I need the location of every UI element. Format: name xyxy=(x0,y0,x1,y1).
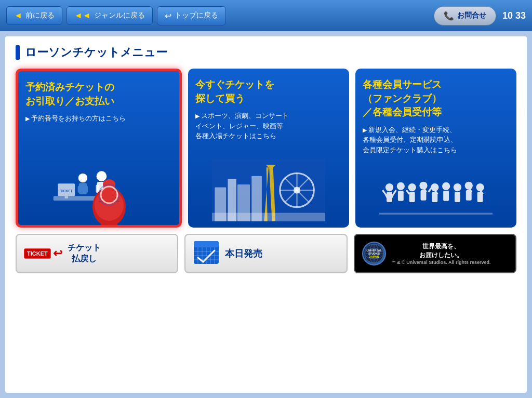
svg-rect-63 xyxy=(194,241,219,247)
usj-tagline: 世界最高を、お届けしたい。 xyxy=(391,242,491,260)
card-reserved[interactable]: 予約済みチケットのお引取り／お支払い 予約番号をお持ちの方はこちら TICKET xyxy=(16,69,182,228)
svg-rect-48 xyxy=(455,192,460,203)
svg-rect-2 xyxy=(65,196,69,198)
page-title: ローソンチケットメニュー xyxy=(16,45,516,60)
channel-back-button[interactable]: ◄◄ ジャンルに戻る xyxy=(66,6,153,25)
ticket-refund-label: チケット払戻し xyxy=(68,243,101,264)
svg-point-45 xyxy=(442,182,450,190)
calendar-svg xyxy=(193,240,220,265)
hand-cursor xyxy=(83,173,135,228)
top-back-label: トップに戻る xyxy=(175,11,218,20)
ticket-refund-icon: TICKET ↩ xyxy=(24,247,62,260)
svg-line-53 xyxy=(382,190,385,194)
today-sale-button[interactable]: 本日発売 xyxy=(184,234,347,273)
channel-back-arrow-icon: ◄◄ xyxy=(74,11,91,20)
usj-button[interactable]: UNIVERSAL STUDIOS JAPAN 世界最高を、お届けしたい。 ™ … xyxy=(354,234,516,273)
svg-line-57 xyxy=(429,188,431,192)
top-navigation: ◄ 前に戻る ◄◄ ジャンルに戻る ↩ トップに戻る 📞 お問合せ 10 33 xyxy=(0,0,532,31)
hand-svg xyxy=(83,173,135,228)
back-arrow-icon: ◄ xyxy=(14,11,22,20)
card-membership-illustration xyxy=(363,159,509,221)
nav-right-area: 📞 お問合せ 10 33 xyxy=(434,6,526,25)
svg-line-54 xyxy=(393,190,396,194)
card-search-title: 今すぐチケットを探して買う xyxy=(195,78,342,105)
usj-text-area: 世界最高を、お届けしたい。 ™ & © Universal Studios. A… xyxy=(391,242,491,265)
card-membership-subtitle: 新規入会、継続・変更手続、各種会員受付、定期購読申込、会員限定チケット購入はこち… xyxy=(363,125,509,155)
svg-point-31 xyxy=(294,187,300,194)
svg-rect-46 xyxy=(443,191,449,201)
svg-rect-32 xyxy=(212,213,325,221)
refund-arrow-icon: ↩ xyxy=(53,247,62,260)
svg-rect-17 xyxy=(101,222,117,228)
svg-text:TICKET: TICKET xyxy=(60,189,73,193)
card-reserved-title: 予約済みチケットのお引取り／お支払い xyxy=(25,81,172,108)
svg-text:JAPAN: JAPAN xyxy=(369,255,379,258)
usj-copyright: ™ & © Universal Studios. All rights rese… xyxy=(391,260,491,265)
card-search[interactable]: 今すぐチケットを探して買う スポーツ、演劇、コンサートイベント、レジャー、映画等… xyxy=(188,69,349,228)
time-display: 10 33 xyxy=(502,10,526,21)
cityscape-svg xyxy=(195,159,342,221)
cards-row: 予約済みチケットのお引取り／お支払い 予約番号をお持ちの方はこちら TICKET xyxy=(16,69,516,228)
svg-rect-38 xyxy=(398,191,404,201)
contact-phone-icon: 📞 xyxy=(444,11,454,21)
svg-point-43 xyxy=(431,183,438,191)
contact-label: お問合せ xyxy=(457,11,486,20)
svg-point-51 xyxy=(476,183,484,191)
svg-rect-40 xyxy=(409,192,415,203)
card-reserved-subtitle: 予約番号をお持ちの方はこちら xyxy=(25,113,172,124)
svg-point-37 xyxy=(397,182,405,190)
bottom-buttons-row: TICKET ↩ チケット払戻し xyxy=(16,234,516,273)
svg-rect-6 xyxy=(78,186,81,193)
page-title-text: ローソンチケットメニュー xyxy=(25,45,167,60)
svg-point-47 xyxy=(454,183,461,191)
svg-rect-61 xyxy=(379,213,493,215)
svg-point-39 xyxy=(408,183,416,191)
svg-line-55 xyxy=(406,190,409,194)
crowd-svg xyxy=(363,159,509,221)
calendar-icon xyxy=(193,240,220,267)
back-button[interactable]: ◄ 前に戻る xyxy=(6,6,62,25)
today-sale-label: 本日発売 xyxy=(225,247,262,260)
top-back-icon: ↩ xyxy=(165,11,171,21)
card-membership-title: 各種会員サービス（ファンクラブ）／各種会員受付等 xyxy=(363,78,509,120)
card-search-subtitle: スポーツ、演劇、コンサートイベント、レジャー、映画等各種入場チケットはこちら xyxy=(195,111,342,141)
contact-button[interactable]: 📞 お問合せ xyxy=(434,6,496,25)
ticket-badge: TICKET xyxy=(24,248,51,259)
top-back-button[interactable]: ↩ トップに戻る xyxy=(157,6,226,25)
ticket-refund-button[interactable]: TICKET ↩ チケット払戻し xyxy=(16,234,178,273)
usj-globe-svg: UNIVERSAL STUDIOS JAPAN xyxy=(364,243,384,264)
card-membership[interactable]: 各種会員サービス（ファンクラブ）／各種会員受付等 新規入会、継続・変更手続、各種… xyxy=(355,69,516,228)
channel-back-label: ジャンルに戻る xyxy=(94,11,145,20)
card-search-illustration xyxy=(195,159,342,221)
svg-point-33 xyxy=(385,183,393,191)
back-label: 前に戻る xyxy=(25,11,55,20)
usj-content: UNIVERSAL STUDIOS JAPAN 世界最高を、お届けしたい。 ™ … xyxy=(362,242,491,266)
usj-globe-icon: UNIVERSAL STUDIOS JAPAN xyxy=(362,242,386,266)
main-content: ローソンチケットメニュー 予約済みチケットのお引取り／お支払い 予約番号をお持ち… xyxy=(5,36,527,393)
